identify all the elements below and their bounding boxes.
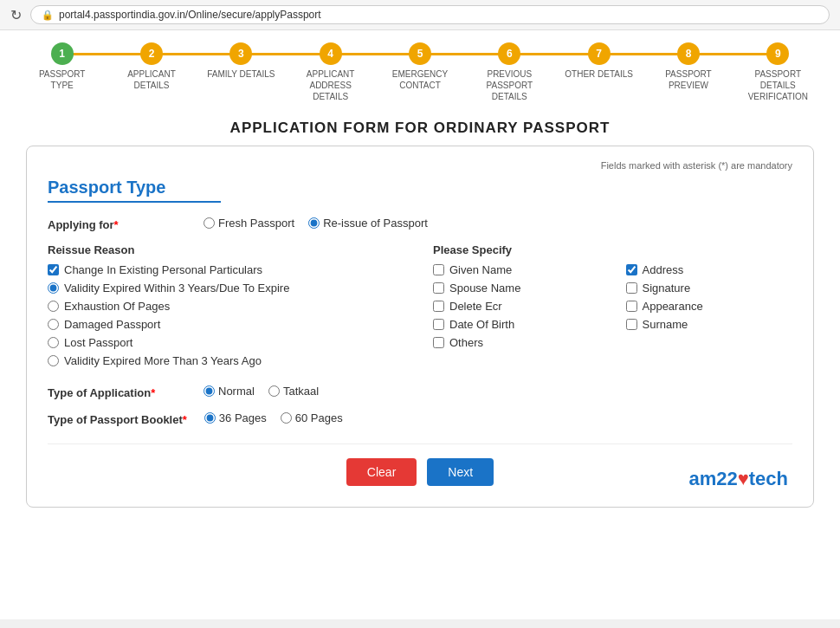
reissue-option-3[interactable]: Damaged Passport <box>48 318 407 331</box>
specify-signature[interactable]: Signature <box>626 282 793 295</box>
progress-step-1[interactable]: 1PASSPORT TYPE <box>17 42 107 91</box>
specify-surname-cb[interactable] <box>626 319 637 330</box>
reissue-option-0[interactable]: Change In Existing Personal Particulars <box>48 263 407 276</box>
progress-step-2[interactable]: 2APPLICANT DETAILS <box>107 42 196 91</box>
reissue-option-5[interactable]: Validity Expired More Than 3 Years Ago <box>48 354 407 367</box>
step-label-6: PREVIOUS PASSPORT DETAILS <box>475 68 544 102</box>
heart-icon: ♥ <box>738 468 749 489</box>
specify-given-name-cb[interactable] <box>433 264 444 275</box>
reissue-option-4[interactable]: Lost Passport <box>48 336 407 349</box>
section-divider <box>48 201 221 203</box>
button-row: Clear Next <box>48 443 792 486</box>
specify-others-cb[interactable] <box>433 337 444 348</box>
specify-address-cb[interactable] <box>626 264 637 275</box>
tatkaal-option[interactable]: Tatkaal <box>268 385 319 398</box>
step-circle-4: 4 <box>320 42 342 65</box>
progress-step-7[interactable]: 7OTHER DETAILS <box>554 42 643 80</box>
specify-surname[interactable]: Surname <box>626 318 793 331</box>
step-label-8: PASSPORT PREVIEW <box>654 68 723 91</box>
specify-delete-ecr[interactable]: Delete Ecr <box>433 300 600 313</box>
specify-others[interactable]: Others <box>433 336 600 349</box>
step-circle-5: 5 <box>409 42 431 65</box>
step-label-5: EMERGENCY CONTACT <box>385 68 455 91</box>
step-label-4: APPLICANT ADDRESS DETAILS <box>296 68 365 102</box>
form-card: Fields marked with asterisk (*) are mand… <box>26 146 814 508</box>
page-title: APPLICATION FORM FOR ORDINARY PASSPORT <box>0 109 840 146</box>
progress-step-3[interactable]: 3FAMILY DETAILS <box>197 42 286 80</box>
applying-for-label: Applying for* <box>48 217 186 231</box>
reissue-checkbox-0[interactable] <box>48 264 59 275</box>
reissue-reason-col: Reissue Reason Change In Existing Person… <box>48 243 407 372</box>
url-text: portal4.passportindia.gov.in/Online/secu… <box>59 9 321 21</box>
specify-dob-cb[interactable] <box>433 319 444 330</box>
60pages-radio[interactable] <box>281 412 292 424</box>
application-type-options: Normal Tatkaal <box>204 385 319 398</box>
reissue-radio-3[interactable] <box>48 319 59 330</box>
reissue-passport-radio[interactable] <box>308 217 320 229</box>
specify-given-name[interactable]: Given Name <box>433 263 600 276</box>
reissue-radio-2[interactable] <box>48 301 59 312</box>
applying-for-row: Applying for* Fresh Passport Re-issue of… <box>48 217 792 231</box>
reissue-section: Reissue Reason Change In Existing Person… <box>48 243 792 372</box>
type-of-booklet-label: Type of Passport Booklet* <box>48 411 187 426</box>
specify-spouse-name-cb[interactable] <box>433 282 444 294</box>
step-circle-1: 1 <box>51 42 74 65</box>
progress-step-8[interactable]: 8PASSPORT PREVIEW <box>643 42 733 91</box>
normal-option[interactable]: Normal <box>204 385 255 398</box>
36pages-option[interactable]: 36 Pages <box>204 411 267 424</box>
step-label-3: FAMILY DETAILS <box>207 68 275 80</box>
specify-col-2: Address Signature Appearance <box>626 263 793 354</box>
specify-spouse-name[interactable]: Spouse Name <box>433 282 600 295</box>
normal-radio[interactable] <box>204 385 215 397</box>
step-circle-3: 3 <box>229 42 252 65</box>
specify-address[interactable]: Address <box>626 263 793 276</box>
specify-signature-cb[interactable] <box>626 282 637 294</box>
lock-icon: 🔒 <box>42 10 54 21</box>
section-title: Passport Type <box>48 178 792 197</box>
specify-dob[interactable]: Date Of Birth <box>433 318 600 331</box>
reissue-reason-title: Reissue Reason <box>48 243 407 256</box>
clear-button[interactable]: Clear <box>346 458 417 486</box>
progress-step-9[interactable]: 9PASSPORT DETAILS VERIFICATION <box>733 42 823 102</box>
step-circle-8: 8 <box>677 42 700 65</box>
step-circle-9: 9 <box>766 42 789 65</box>
step-circle-2: 2 <box>140 42 163 65</box>
step-circle-7: 7 <box>588 42 611 65</box>
url-bar[interactable]: 🔒 portal4.passportindia.gov.in/Online/se… <box>30 5 830 24</box>
branding: am22♥tech <box>688 468 788 490</box>
reissue-option-2[interactable]: Exhaustion Of Pages <box>48 300 407 313</box>
specify-appearance[interactable]: Appearance <box>626 300 793 313</box>
progress-step-5[interactable]: 5EMERGENCY CONTACT <box>375 42 464 91</box>
progress-step-4[interactable]: 4APPLICANT ADDRESS DETAILS <box>286 42 375 102</box>
type-of-application-row: Type of Application* Normal Tatkaal <box>48 385 792 399</box>
specify-col-1: Given Name Spouse Name Delete Ecr <box>433 263 600 354</box>
booklet-options: 36 Pages 60 Pages <box>204 411 343 424</box>
step-circle-6: 6 <box>498 42 520 65</box>
specify-delete-ecr-cb[interactable] <box>433 301 444 312</box>
60pages-option[interactable]: 60 Pages <box>281 411 343 424</box>
reissue-radio-1[interactable] <box>48 282 59 294</box>
step-label-9: PASSPORT DETAILS VERIFICATION <box>743 68 812 102</box>
fresh-passport-radio[interactable] <box>204 217 215 229</box>
reload-icon[interactable]: ↻ <box>10 7 22 23</box>
specify-appearance-cb[interactable] <box>626 301 637 312</box>
reissue-option-1[interactable]: Validity Expired Within 3 Years/Due To E… <box>48 282 407 295</box>
please-specify-col: Please Specify Given Name Spouse Name <box>433 243 792 372</box>
please-specify-title: Please Specify <box>433 243 792 256</box>
type-of-application-label: Type of Application* <box>48 385 186 399</box>
step-label-1: PASSPORT TYPE <box>28 68 97 91</box>
type-of-booklet-row: Type of Passport Booklet* 36 Pages 60 Pa… <box>48 411 792 426</box>
progress-step-6[interactable]: 6PREVIOUS PASSPORT DETAILS <box>465 42 554 102</box>
tatkaal-radio[interactable] <box>268 385 280 397</box>
progress-bar: 1PASSPORT TYPE2APPLICANT DETAILS3FAMILY … <box>0 30 840 109</box>
36pages-radio[interactable] <box>204 412 216 424</box>
reissue-radio-5[interactable] <box>48 355 59 366</box>
please-specify-section: Given Name Spouse Name Delete Ecr <box>433 263 792 354</box>
fresh-passport-option[interactable]: Fresh Passport <box>204 217 294 230</box>
reissue-radio-4[interactable] <box>48 337 59 348</box>
main-page: 1PASSPORT TYPE2APPLICANT DETAILS3FAMILY … <box>0 30 840 619</box>
browser-bar: ↻ 🔒 portal4.passportindia.gov.in/Online/… <box>0 0 840 30</box>
reissue-passport-option[interactable]: Re-issue of Passport <box>308 217 428 230</box>
next-button[interactable]: Next <box>427 458 494 486</box>
step-label-2: APPLICANT DETAILS <box>117 68 186 91</box>
